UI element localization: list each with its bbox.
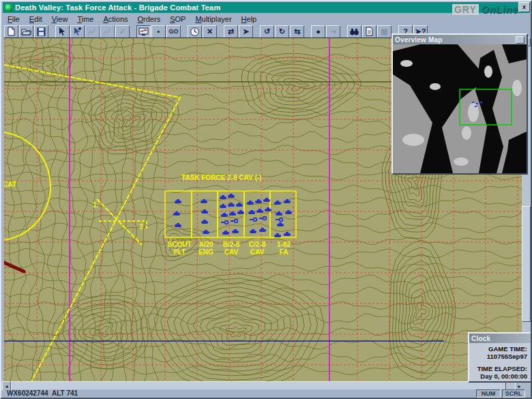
vertical-scroll-thumb[interactable] xyxy=(522,206,531,322)
clock-button[interactable] xyxy=(188,25,202,38)
overview-map-title: Overview Map xyxy=(395,36,443,44)
watermark-gry: GRY xyxy=(452,4,479,15)
menu-item-sop[interactable]: SOP xyxy=(165,14,190,24)
undo-button[interactable]: ↺ xyxy=(260,25,274,38)
overview-map-body[interactable] xyxy=(393,44,527,173)
accept-route-button[interactable]: ✓ xyxy=(115,25,130,38)
clock-body: GAME TIME: 110755Sep97 TIME ELAPSED: Day… xyxy=(469,343,531,380)
unit-label-line: C/2-8 xyxy=(243,241,271,248)
unit-label-line: FA xyxy=(270,248,297,256)
dash-icon: ▪ xyxy=(158,27,160,35)
unit-label-line: ENG xyxy=(192,248,220,256)
map-view-icon xyxy=(138,27,149,37)
status-coordinates: WX60242744 xyxy=(7,389,48,397)
status-num-indicator: NUM xyxy=(476,389,501,398)
gryonline-watermark: GRY OnLine xyxy=(452,3,518,15)
cat-label: CAT xyxy=(4,181,16,188)
rotate-cw-icon: ↻ xyxy=(279,27,285,36)
app-window: Death Valley: Task Force Attack - Brigad… xyxy=(0,0,532,399)
status-altitude: ALT 741 xyxy=(52,389,78,397)
edit-route-button[interactable] xyxy=(100,25,115,38)
menu-item-help[interactable]: Help xyxy=(237,14,262,24)
status-scrl-indicator: SCRL xyxy=(502,389,525,398)
menu-item-edit[interactable]: Edit xyxy=(25,14,47,24)
menu-item-multiplayer[interactable]: Multiplayer xyxy=(190,14,236,24)
time-elapsed-value: Day 0, 00:00:00 xyxy=(469,372,527,380)
close-button[interactable]: x xyxy=(518,2,530,12)
cursor-arrow-icon: ➤ xyxy=(243,27,249,36)
save-disk-icon xyxy=(36,27,46,37)
game-time-value: 110755Sep97 xyxy=(469,353,527,360)
line-arrow-icon: ⇢ xyxy=(330,27,336,36)
menu-item-file[interactable]: File xyxy=(3,14,25,24)
x-icon: ✕ xyxy=(207,27,213,36)
open-scenario-button[interactable] xyxy=(19,25,33,38)
rotate-ccw-icon: ↺ xyxy=(264,27,270,36)
clock-icon xyxy=(190,27,200,37)
route-zigzag2-icon xyxy=(102,27,113,37)
time-elapsed-label: TIME ELAPSED: xyxy=(469,365,527,372)
record-circle-icon: ● xyxy=(316,27,321,35)
go-label: GO xyxy=(168,28,178,35)
unit-label-line: PLT xyxy=(165,248,194,256)
report-button[interactable] xyxy=(362,25,376,38)
game-time-label: GAME TIME: xyxy=(469,345,527,353)
new-scenario-button[interactable] xyxy=(4,25,18,38)
loop-arrows-icon: ⇆ xyxy=(294,27,300,36)
grid-icon: ▦ xyxy=(381,27,387,36)
move-unit-button[interactable] xyxy=(70,25,85,38)
unit-label-fa: 1-82 FA xyxy=(270,241,297,256)
watermark-online: OnLine xyxy=(482,4,518,15)
clock-title: Clock xyxy=(471,335,490,342)
replay-button[interactable]: ⇆ xyxy=(290,25,304,38)
save-scenario-button[interactable] xyxy=(34,25,48,38)
status-bar: WX60242744 ALT 741 NUM SCRL xyxy=(3,389,529,398)
observe-button[interactable] xyxy=(347,25,361,38)
marker-1-label: 1. xyxy=(93,201,98,209)
app-icon xyxy=(5,4,12,12)
view-mode-button[interactable] xyxy=(136,25,151,38)
menu-item-orders[interactable]: Orders xyxy=(133,14,166,24)
grid-button[interactable]: ▦ xyxy=(377,25,391,38)
unit-label-line: CAV xyxy=(218,248,245,256)
overview-map-titlebar[interactable]: Overview Map xyxy=(393,35,527,44)
menu-item-time[interactable]: Time xyxy=(72,14,98,24)
menu-item-actions[interactable]: Actions xyxy=(98,14,132,24)
menu-item-view[interactable]: View xyxy=(47,14,73,24)
marker-button[interactable]: ▪ xyxy=(151,25,166,38)
overview-map-panel[interactable]: Overview Map xyxy=(391,33,528,175)
menu-bar: FileEditViewTimeActionsOrdersSOPMultipla… xyxy=(3,13,529,25)
swap-units-button[interactable]: ⇄ xyxy=(224,25,238,38)
binoculars-icon xyxy=(349,27,359,37)
overview-terrain xyxy=(393,44,527,173)
open-folder-icon xyxy=(21,27,31,37)
plot-route-button[interactable] xyxy=(85,25,100,38)
clock-titlebar[interactable]: Clock xyxy=(469,334,531,343)
halt-button[interactable]: ✕ xyxy=(203,25,217,38)
new-document-icon xyxy=(6,27,16,37)
redo-button[interactable]: ↻ xyxy=(275,25,289,38)
record-button[interactable]: ● xyxy=(311,25,325,38)
unit-label-line: CAV xyxy=(243,248,271,256)
unit-label-bcav: B/2-8 CAV xyxy=(218,241,245,256)
deploy-unit-button[interactable] xyxy=(55,25,70,38)
marker-3-label: 3 xyxy=(139,223,143,231)
window-title: Death Valley: Task Force Attack - Brigad… xyxy=(15,3,220,12)
clock-panel[interactable]: Clock GAME TIME: 110755Sep97 TIME ELAPSE… xyxy=(468,332,532,383)
unit-label-ccav: C/2-8 CAV xyxy=(243,241,271,256)
unit-label-eng: A/20 ENG xyxy=(192,241,220,256)
select-tool-button[interactable]: ➤ xyxy=(239,25,253,38)
overview-panel-button[interactable] xyxy=(516,36,524,44)
swap-arrows-icon: ⇄ xyxy=(228,27,234,36)
line-tool-button[interactable]: ⇢ xyxy=(326,25,340,38)
unit-label-line: SCOUT xyxy=(165,241,194,248)
unit-label-line: A/20 xyxy=(192,241,220,248)
check-icon: ✓ xyxy=(119,27,125,36)
go-button[interactable]: GO xyxy=(166,25,181,38)
route-zigzag-icon xyxy=(87,27,98,37)
title-bar[interactable]: Death Valley: Task Force Attack - Brigad… xyxy=(3,2,529,13)
unit-label-line: 1-82 xyxy=(270,241,297,248)
unit-label-scout: SCOUT PLT xyxy=(165,241,194,256)
pointer-plus-icon xyxy=(57,27,68,37)
task-force-label: TASK FORCE 2-8 CAV (-) xyxy=(181,174,261,181)
